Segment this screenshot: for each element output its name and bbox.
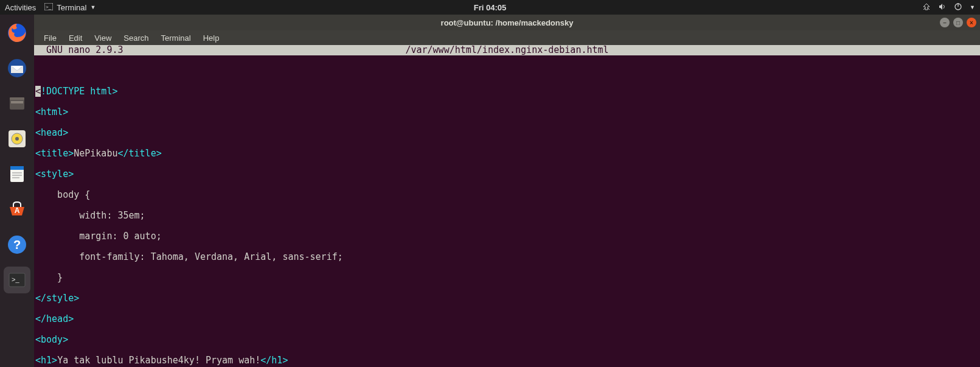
editor-body[interactable]: <!DOCTYPE html> <html> <head> <title>NeP… xyxy=(34,55,980,367)
nano-version: GNU nano 2.9.3 xyxy=(35,45,123,55)
svg-text:?: ? xyxy=(13,238,21,251)
nano-filename: /var/www/html/index.nginx-debian.html xyxy=(405,45,608,55)
menu-file[interactable]: File xyxy=(39,32,61,44)
volume-icon[interactable] xyxy=(938,2,947,13)
svg-text:>_: >_ xyxy=(12,276,19,283)
terminal-window: root@ubuntu: /home/mackedonsky – □ × Fil… xyxy=(34,15,980,367)
menu-search[interactable]: Search xyxy=(119,32,153,44)
gnome-topbar: Activities >_ Terminal ▼ Fri 04:05 ▼ xyxy=(0,0,980,15)
close-button[interactable]: × xyxy=(967,18,976,27)
minimize-button[interactable]: – xyxy=(940,18,950,27)
svg-point-11 xyxy=(15,137,19,141)
system-menu-chevron-icon[interactable]: ▼ xyxy=(970,4,975,10)
activities-button[interactable]: Activities xyxy=(5,3,36,12)
dock-software[interactable]: A xyxy=(4,196,30,223)
dock-thunderbird[interactable] xyxy=(4,55,30,82)
power-icon[interactable] xyxy=(954,2,962,13)
menu-terminal[interactable]: Terminal xyxy=(156,32,196,44)
svg-rect-13 xyxy=(10,166,24,170)
terminal-icon: >_ xyxy=(44,3,53,12)
menubar: File Edit View Search Terminal Help xyxy=(34,30,980,45)
menu-view[interactable]: View xyxy=(89,32,116,44)
app-menu-label: Terminal xyxy=(57,3,86,12)
dock-firefox[interactable] xyxy=(4,19,30,46)
dock-rhythmbox[interactable] xyxy=(4,125,30,152)
maximize-button[interactable]: □ xyxy=(953,18,963,27)
menu-help[interactable]: Help xyxy=(198,32,224,44)
dock-writer[interactable] xyxy=(4,161,30,187)
dock-help[interactable]: ? xyxy=(4,231,30,258)
window-title: root@ubuntu: /home/mackedonsky xyxy=(441,18,574,27)
app-menu[interactable]: >_ Terminal ▼ xyxy=(44,3,96,12)
nano-header: GNU nano 2.9.3 /var/www/html/index.nginx… xyxy=(34,45,980,55)
terminal-content[interactable]: GNU nano 2.9.3 /var/www/html/index.nginx… xyxy=(34,45,980,367)
network-icon[interactable] xyxy=(922,2,931,13)
chevron-down-icon: ▼ xyxy=(90,4,96,10)
svg-text:>_: >_ xyxy=(46,4,52,10)
svg-rect-6 xyxy=(10,99,24,110)
svg-text:A: A xyxy=(15,206,20,215)
window-titlebar[interactable]: root@ubuntu: /home/mackedonsky – □ × xyxy=(34,15,980,30)
dock: A ? >_ xyxy=(0,15,34,367)
dock-terminal[interactable]: >_ xyxy=(4,267,30,293)
clock[interactable]: Fri 04:05 xyxy=(474,3,506,12)
svg-rect-8 xyxy=(10,97,24,100)
dock-files[interactable] xyxy=(4,90,30,117)
menu-edit[interactable]: Edit xyxy=(64,32,87,44)
svg-rect-7 xyxy=(11,101,23,103)
